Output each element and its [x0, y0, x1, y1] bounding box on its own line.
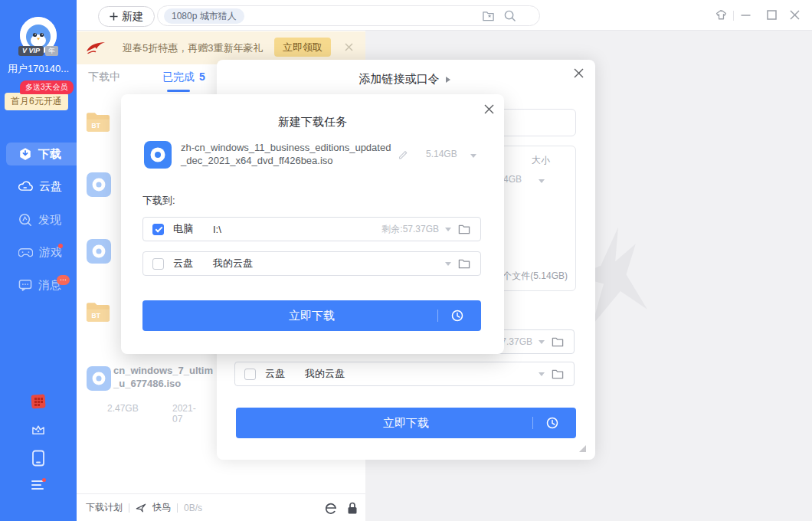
resize-handle[interactable] — [579, 445, 586, 452]
minimize-icon[interactable] — [740, 9, 751, 21]
dropdown-caret-icon[interactable] — [445, 262, 451, 269]
tab-active-indicator — [167, 90, 190, 92]
vip-crown-button[interactable] — [31, 421, 46, 437]
list-item[interactable] — [87, 172, 111, 197]
list-item[interactable]: BT — [85, 299, 111, 323]
banner-close-icon[interactable] — [344, 42, 354, 52]
game-icon — [18, 247, 33, 258]
iso-file-icon — [87, 172, 111, 197]
maximize-icon[interactable] — [766, 9, 778, 21]
schedule-clock-icon[interactable] — [450, 309, 464, 323]
search-tag[interactable]: 1080p 城市猎人 — [164, 8, 244, 24]
vip-badge[interactable]: V VIP 年 — [0, 46, 77, 56]
tab-downloading[interactable]: 下载中 — [88, 70, 120, 84]
download-icon — [18, 147, 32, 161]
save-to-pc-row[interactable]: 电脑 I:\ 剩余:57.37GB — [142, 217, 481, 241]
size-column-header: 大小 — [532, 154, 550, 167]
iso-file-icon — [87, 366, 111, 391]
collection-folder-icon[interactable] — [482, 10, 495, 22]
tab-completed[interactable]: 已完成 — [162, 70, 195, 84]
cloud-path: 我的云盘 — [213, 257, 253, 270]
add-dialog-close-icon[interactable] — [573, 67, 584, 79]
dropdown-caret-icon[interactable] — [445, 228, 451, 234]
sidebar-item-download[interactable]: 下载 — [6, 143, 77, 165]
browse-folder-icon[interactable] — [457, 257, 471, 270]
download-now-button[interactable]: 立即下载 — [142, 300, 481, 331]
bt-folder-icon: BT — [85, 109, 111, 133]
theme-shirt-icon[interactable] — [715, 9, 728, 22]
speed-value: 0B/s — [184, 503, 202, 513]
cloud-checkbox[interactable] — [244, 369, 256, 380]
promo-badge: 多送3天会员 — [20, 80, 74, 94]
task-file-size: 5.14GB — [426, 149, 457, 159]
statusbar: 下载计划 快鸟 0B/s — [77, 493, 365, 521]
schedule-clock-icon[interactable] — [545, 416, 559, 430]
sidebar-item-discover[interactable]: 发现 — [0, 208, 77, 231]
claim-now-button[interactable]: 立即领取 — [274, 38, 331, 57]
close-icon[interactable] — [789, 9, 801, 21]
title-expand-arrow[interactable] — [446, 77, 453, 83]
speedup-button[interactable]: 快鸟 — [152, 501, 171, 514]
browse-folder-icon[interactable] — [457, 223, 471, 235]
dropdown-caret-icon[interactable] — [539, 372, 545, 379]
sidebar-item-messages[interactable]: 消息 ⋯ — [0, 274, 77, 297]
iso-file-icon — [87, 239, 111, 264]
svg-text:BT: BT — [92, 312, 101, 319]
search-box[interactable]: 1080p 城市猎人 — [157, 5, 540, 26]
search-icon[interactable] — [503, 9, 516, 22]
list-item[interactable] — [87, 239, 111, 264]
more-menu-button[interactable] — [31, 478, 46, 493]
swallow-icon — [86, 39, 106, 56]
browse-folder-icon[interactable] — [551, 336, 565, 348]
new-task-close-icon[interactable] — [483, 103, 495, 115]
pc-checkbox[interactable] — [152, 224, 164, 235]
vip-promo-button[interactable]: 首月6元开通 — [5, 93, 68, 110]
mobile-app-button[interactable] — [31, 450, 47, 465]
pc-label: 电脑 — [173, 222, 193, 236]
expand-caret-icon[interactable] — [539, 179, 545, 186]
pc-path: I:\ — [213, 224, 221, 235]
button-separator — [532, 417, 533, 429]
red-packet-button[interactable] — [31, 394, 46, 409]
sidebar-item-cloud-drive[interactable]: 云盘 — [0, 175, 77, 198]
save-to-cloud-row[interactable]: 云盘 我的云盘 — [234, 362, 575, 386]
cloud-label: 云盘 — [173, 257, 193, 270]
sidebar: V VIP 年 用户170140... 多送3天会员 首月6元开通 下载 云盘 — [0, 0, 77, 521]
list-item[interactable]: cn_windows_7_ultim _u_677486.iso 2.47GB … — [87, 366, 111, 391]
download-now-button[interactable]: 立即下载 — [236, 408, 576, 438]
ie-browser-icon[interactable] — [324, 501, 338, 515]
phone-icon — [31, 450, 45, 467]
statusbar-divider — [177, 503, 178, 513]
cloud-icon — [18, 180, 33, 192]
svg-text:BT: BT — [92, 122, 101, 129]
file-size-caret-icon[interactable] — [470, 154, 476, 161]
download-plan-button[interactable]: 下载计划 — [86, 501, 123, 514]
list-item[interactable]: BT — [85, 109, 111, 133]
dropdown-caret-icon[interactable] — [539, 340, 545, 347]
bt-folder-icon: BT — [85, 299, 111, 323]
cloud-checkbox[interactable] — [152, 258, 164, 270]
iso-file-icon — [144, 141, 172, 169]
browse-folder-icon[interactable] — [551, 368, 565, 380]
menu-icon — [31, 478, 46, 492]
statusbar-divider — [129, 503, 129, 513]
sidebar-item-games[interactable]: 游戏 — [0, 241, 77, 264]
game-red-dot — [58, 244, 63, 248]
titlebar-divider — [733, 11, 734, 21]
new-download-task-dialog: 新建下载任务 zh-cn_windows_11_business_edition… — [121, 94, 504, 354]
file-date: 2021-07 — [172, 403, 196, 424]
new-task-button[interactable]: 新建 — [98, 6, 155, 27]
save-to-cloud-row[interactable]: 云盘 我的云盘 — [142, 251, 481, 276]
main-area: 新建 1080p 城市猎人 — [77, 0, 812, 521]
rename-pencil-icon[interactable] — [397, 148, 409, 160]
sidebar-item-label: 发现 — [38, 213, 61, 228]
lock-icon[interactable] — [346, 501, 359, 515]
crown-icon — [31, 421, 46, 437]
new-task-dialog-title: 新建下载任务 — [121, 115, 504, 129]
vip-year-chip: 年 — [45, 46, 58, 56]
file-size: 2.47GB — [107, 403, 139, 414]
app-window: V VIP 年 用户170140... 多送3天会员 首月6元开通 下载 云盘 — [0, 0, 812, 521]
new-task-button-label: 新建 — [122, 10, 143, 24]
titlebar: 新建 1080p 城市猎人 — [77, 0, 812, 31]
download-to-label: 下载到: — [142, 194, 175, 208]
